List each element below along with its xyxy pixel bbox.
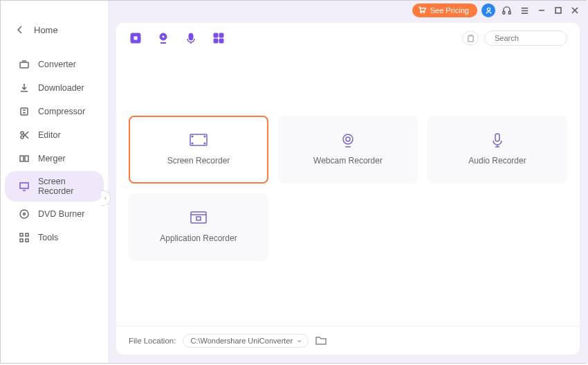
- mode-grid-icon[interactable]: [212, 31, 226, 45]
- support-button[interactable]: [499, 3, 513, 17]
- svg-rect-28: [468, 35, 472, 41]
- converter-icon: [19, 59, 30, 70]
- svg-rect-18: [555, 8, 561, 13]
- svg-rect-1: [21, 108, 28, 115]
- svg-rect-0: [20, 62, 28, 68]
- dvd-icon: [19, 208, 30, 220]
- svg-point-15: [487, 8, 490, 10]
- svg-point-33: [192, 143, 193, 144]
- svg-rect-24: [214, 33, 218, 37]
- svg-point-2: [21, 132, 24, 134]
- search-box[interactable]: [484, 30, 567, 46]
- search-input[interactable]: [495, 34, 588, 42]
- svg-point-36: [346, 137, 350, 141]
- file-location-label: File Location:: [129, 337, 176, 345]
- chevron-left-icon: [15, 24, 26, 35]
- sidebar-item-dvd-burner[interactable]: DVD Burner: [5, 203, 104, 225]
- sidebar-item-label: Screen Recorder: [38, 177, 90, 196]
- sidebar: Home Converter Downloader Compressor Edi…: [1, 1, 108, 363]
- compressor-icon: [19, 106, 30, 117]
- sidebar-item-label: Tools: [38, 233, 58, 242]
- clipboard-button[interactable]: [462, 31, 479, 45]
- svg-rect-4: [20, 156, 24, 161]
- webcam-icon: [339, 134, 357, 148]
- svg-point-8: [24, 213, 26, 215]
- maximize-button[interactable]: [552, 4, 564, 17]
- card-label: Audio Recorder: [468, 156, 526, 166]
- svg-point-14: [423, 12, 425, 13]
- sidebar-item-downloader[interactable]: Downloader: [5, 77, 104, 99]
- main-pane: See Pricing: [108, 1, 588, 363]
- svg-rect-23: [189, 33, 193, 40]
- svg-rect-25: [219, 33, 223, 37]
- hamburger-icon: [520, 6, 530, 16]
- svg-rect-26: [214, 39, 218, 43]
- card-label: Webcam Recorder: [313, 156, 383, 166]
- see-pricing-button[interactable]: See Pricing: [412, 3, 477, 17]
- screen-icon: [190, 134, 208, 148]
- download-icon: [19, 82, 30, 94]
- svg-rect-39: [196, 217, 201, 220]
- svg-rect-17: [508, 11, 511, 14]
- sidebar-item-editor[interactable]: Editor: [5, 124, 104, 146]
- close-button[interactable]: [569, 4, 581, 17]
- user-icon: [485, 7, 493, 15]
- card-audio-recorder[interactable]: Audio Recorder: [428, 116, 567, 184]
- svg-point-34: [204, 143, 205, 144]
- home-label: Home: [34, 25, 58, 35]
- card-screen-recorder[interactable]: Screen Recorder: [129, 116, 268, 184]
- footer: File Location: C:\Wondershare UniConvert…: [116, 326, 580, 355]
- svg-rect-12: [26, 239, 28, 242]
- open-folder-button[interactable]: [315, 336, 328, 346]
- svg-rect-38: [191, 212, 206, 223]
- svg-point-13: [420, 12, 421, 13]
- mode-webcam-icon[interactable]: [156, 31, 170, 45]
- microphone-icon: [488, 134, 506, 148]
- scissors-icon: [19, 130, 30, 141]
- svg-rect-16: [502, 11, 504, 14]
- card-application-recorder[interactable]: Application Recorder: [129, 193, 268, 261]
- svg-rect-37: [495, 134, 499, 141]
- home-nav[interactable]: Home: [1, 19, 108, 41]
- sidebar-item-screen-recorder[interactable]: Screen Recorder: [5, 171, 104, 202]
- sidebar-item-tools[interactable]: Tools: [5, 226, 104, 249]
- svg-point-32: [204, 136, 205, 137]
- mode-screen-icon[interactable]: [129, 31, 143, 45]
- card-webcam-recorder[interactable]: Webcam Recorder: [278, 116, 418, 184]
- sidebar-item-label: Editor: [38, 130, 61, 140]
- svg-point-31: [192, 136, 193, 137]
- file-location-select[interactable]: C:\Wondershare UniConverter: [183, 334, 309, 348]
- merger-icon: [19, 153, 30, 164]
- sidebar-item-label: DVD Burner: [38, 209, 84, 219]
- mode-audio-icon[interactable]: [184, 31, 198, 45]
- application-icon: [190, 211, 208, 225]
- sidebar-item-merger[interactable]: Merger: [5, 148, 104, 170]
- svg-rect-11: [20, 239, 23, 242]
- sidebar-item-converter[interactable]: Converter: [5, 53, 104, 75]
- svg-point-7: [20, 210, 28, 218]
- svg-rect-6: [20, 183, 28, 188]
- app-window: Home Converter Downloader Compressor Edi…: [0, 0, 587, 364]
- tools-grid-icon: [19, 232, 30, 243]
- content-panel: Screen Recorder Webcam Recorder Audio Re…: [116, 23, 580, 355]
- panel-toolbar: [116, 23, 580, 53]
- svg-point-35: [343, 134, 353, 144]
- svg-rect-20: [134, 36, 138, 40]
- sidebar-item-label: Merger: [38, 154, 66, 163]
- title-bar: See Pricing: [108, 1, 588, 20]
- svg-point-22: [162, 35, 165, 38]
- sidebar-item-compressor[interactable]: Compressor: [5, 100, 104, 123]
- screen-recorder-icon: [19, 181, 30, 192]
- sidebar-item-label: Compressor: [38, 107, 85, 116]
- user-account-button[interactable]: [481, 3, 495, 17]
- menu-button[interactable]: [517, 3, 531, 17]
- cart-icon: [418, 6, 426, 15]
- headset-icon: [502, 6, 512, 16]
- minimize-button[interactable]: [535, 4, 548, 17]
- sidebar-item-label: Converter: [38, 60, 76, 69]
- card-label: Application Recorder: [160, 233, 237, 243]
- recorder-cards: Screen Recorder Webcam Recorder Audio Re…: [116, 53, 580, 326]
- card-label: Screen Recorder: [167, 156, 230, 166]
- svg-rect-10: [26, 233, 28, 236]
- pricing-label: See Pricing: [430, 6, 469, 15]
